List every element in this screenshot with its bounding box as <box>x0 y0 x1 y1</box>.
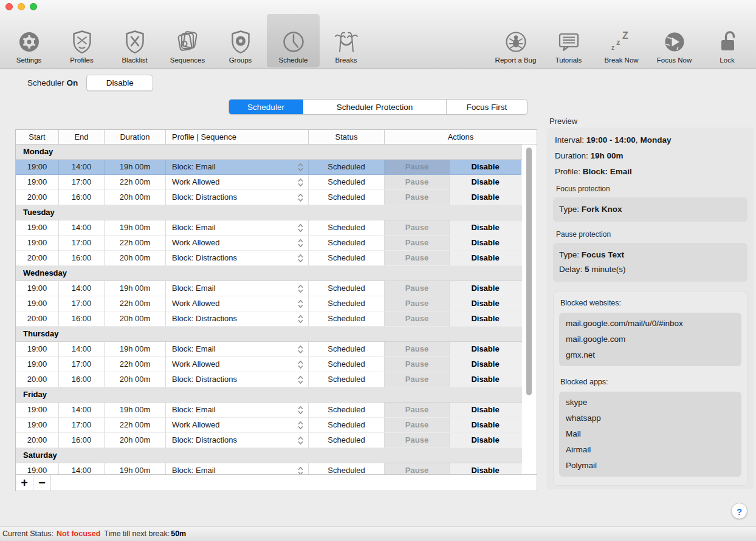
schedule-row[interactable]: 19:0017:0022h 00mWork Allowed ScheduledP… <box>16 175 537 190</box>
pause-button[interactable]: Pause <box>385 342 450 357</box>
disable-button[interactable]: Disable <box>450 175 521 190</box>
help-button[interactable]: ? <box>731 503 747 519</box>
profile-select[interactable]: Work Allowed <box>166 175 309 190</box>
profile-select[interactable]: Block: Distractions <box>166 311 309 327</box>
toolbar-item-profiles[interactable]: Profiles <box>55 14 108 67</box>
toolbar-item-sequences[interactable]: Sequences <box>161 14 214 67</box>
pause-button[interactable]: Pause <box>385 160 450 175</box>
disable-button[interactable]: Disable <box>450 296 521 311</box>
column-header-profile-sequence[interactable]: Profile | Sequence <box>166 130 309 144</box>
toolbar-item-groups[interactable]: Groups <box>214 14 267 67</box>
profile-select[interactable]: Block: Distractions <box>166 372 309 387</box>
schedule-row[interactable]: 19:0014:0019h 00mBlock: Email ScheduledP… <box>16 403 537 418</box>
disable-button[interactable]: Disable <box>450 190 521 205</box>
pause-button[interactable]: Pause <box>385 251 450 266</box>
pause-button[interactable]: Pause <box>385 463 450 474</box>
schedule-row[interactable]: 20:0016:0020h 00mBlock: Distractions Sch… <box>16 251 537 266</box>
column-header-status[interactable]: Status <box>309 130 385 144</box>
profile-select[interactable]: Work Allowed <box>166 296 309 311</box>
disable-button[interactable]: Disable <box>450 403 521 418</box>
disable-button[interactable]: Disable <box>450 357 521 372</box>
disable-button[interactable]: Disable <box>450 311 521 327</box>
schedule-row[interactable]: 19:0014:0019h 00mBlock: Email ScheduledP… <box>16 220 537 236</box>
close-window-button[interactable] <box>5 3 13 10</box>
pause-button[interactable]: Pause <box>385 433 450 448</box>
zoom-window-button[interactable] <box>30 3 37 10</box>
pause-button[interactable]: Pause <box>385 190 450 205</box>
pause-button[interactable]: Pause <box>385 403 450 418</box>
row-end-time: 17:00 <box>59 175 105 190</box>
schedule-row[interactable]: 19:0017:0022h 00mWork Allowed ScheduledP… <box>16 357 537 372</box>
disable-button[interactable]: Disable <box>450 433 521 448</box>
profile-select[interactable]: Block: Email <box>166 403 309 418</box>
disable-button[interactable]: Disable <box>450 251 521 266</box>
profile-select[interactable]: Block: Email <box>166 220 309 236</box>
disable-button[interactable]: Disable <box>450 418 521 433</box>
schedule-table: StartEndDurationProfile | SequenceStatus… <box>15 129 537 491</box>
tab-focus-first[interactable]: Focus First <box>447 100 527 114</box>
toolbar-item-label: Lock <box>720 56 734 64</box>
profile-select[interactable]: Block: Distractions <box>166 251 309 266</box>
table-scrollbar[interactable] <box>526 148 532 395</box>
schedule-row[interactable]: 20:0016:0020h 00mBlock: Distractions Sch… <box>16 433 537 448</box>
schedule-row[interactable]: 20:0016:0020h 00mBlock: Distractions Sch… <box>16 311 537 327</box>
profile-select[interactable]: Block: Email <box>166 281 309 296</box>
scheduler-disable-button[interactable]: Disable <box>86 75 153 91</box>
disable-button[interactable]: Disable <box>450 372 521 387</box>
profile-select[interactable]: Work Allowed <box>166 357 309 372</box>
schedule-row[interactable]: 19:0014:0019h 00mBlock: Email ScheduledP… <box>16 281 537 296</box>
toolbar-item-tutorials[interactable]: Tutorials <box>542 14 595 67</box>
schedule-row[interactable]: 19:0017:0022h 00mWork Allowed ScheduledP… <box>16 418 537 433</box>
profile-name: Block: Email <box>172 463 216 474</box>
pause-button[interactable]: Pause <box>385 236 450 251</box>
add-schedule-button[interactable]: + <box>16 475 33 491</box>
schedule-row[interactable]: 19:0014:0019h 00mBlock: Email ScheduledP… <box>16 463 537 474</box>
pause-button[interactable]: Pause <box>385 372 450 387</box>
schedule-row[interactable]: 19:0017:0022h 00mWork Allowed ScheduledP… <box>16 296 537 311</box>
disable-button[interactable]: Disable <box>450 463 521 474</box>
toolbar-item-blacklist[interactable]: Blacklist <box>108 14 161 67</box>
profile-name: Block: Distractions <box>172 433 237 447</box>
blocked-app-item: skype <box>566 395 735 410</box>
pause-button[interactable]: Pause <box>385 281 450 296</box>
pause-button[interactable]: Pause <box>385 296 450 311</box>
toolbar-item-schedule[interactable]: Schedule <box>267 14 320 67</box>
schedule-row[interactable]: 20:0016:0020h 00mBlock: Distractions Sch… <box>16 372 537 387</box>
disable-button[interactable]: Disable <box>450 236 521 251</box>
toolbar-item-settings[interactable]: Settings <box>2 14 55 67</box>
schedule-row[interactable]: 19:0014:0019h 00mBlock: Email ScheduledP… <box>16 342 537 357</box>
profile-select[interactable]: Work Allowed <box>166 418 309 433</box>
disable-button[interactable]: Disable <box>450 342 521 357</box>
disable-button[interactable]: Disable <box>450 160 521 175</box>
toolbar-item-breaks[interactable]: Breaks <box>320 14 373 67</box>
toolbar-item-report-a-bug[interactable]: Report a Bug <box>489 14 542 67</box>
column-header-start[interactable]: Start <box>16 130 59 144</box>
profile-select[interactable]: Block: Distractions <box>166 433 309 448</box>
profile-select[interactable]: Block: Email <box>166 463 309 474</box>
column-header-actions[interactable]: Actions <box>385 130 537 144</box>
tab-scheduler-protection[interactable]: Scheduler Protection <box>303 100 447 114</box>
tab-scheduler[interactable]: Scheduler <box>229 100 303 114</box>
schedule-row[interactable]: 20:0016:0020h 00mBlock: Distractions Sch… <box>16 190 537 205</box>
pause-button[interactable]: Pause <box>385 357 450 372</box>
profile-select[interactable]: Block: Distractions <box>166 190 309 205</box>
minimize-window-button[interactable] <box>18 3 25 10</box>
pause-button[interactable]: Pause <box>385 418 450 433</box>
toolbar-item-break-now[interactable]: zzZBreak Now <box>595 14 648 67</box>
pause-button[interactable]: Pause <box>385 311 450 327</box>
toolbar-item-lock[interactable]: Lock <box>701 14 754 67</box>
column-header-end[interactable]: End <box>59 130 105 144</box>
disable-button[interactable]: Disable <box>450 220 521 236</box>
pause-button[interactable]: Pause <box>385 175 450 190</box>
pause-button[interactable]: Pause <box>385 220 450 236</box>
remove-schedule-button[interactable]: − <box>33 475 51 491</box>
toolbar-item-focus-now[interactable]: Focus Now <box>648 14 701 67</box>
profile-select[interactable]: Block: Email <box>166 342 309 357</box>
profile-select[interactable]: Block: Email <box>166 160 309 175</box>
disable-button[interactable]: Disable <box>450 281 521 296</box>
column-header-duration[interactable]: Duration <box>105 130 166 144</box>
profile-select[interactable]: Work Allowed <box>166 236 309 251</box>
schedule-row[interactable]: 19:0014:0019h 00mBlock: Email ScheduledP… <box>16 160 537 175</box>
schedule-row[interactable]: 19:0017:0022h 00mWork Allowed ScheduledP… <box>16 236 537 251</box>
toolbar-item-label: Schedule <box>279 56 308 64</box>
